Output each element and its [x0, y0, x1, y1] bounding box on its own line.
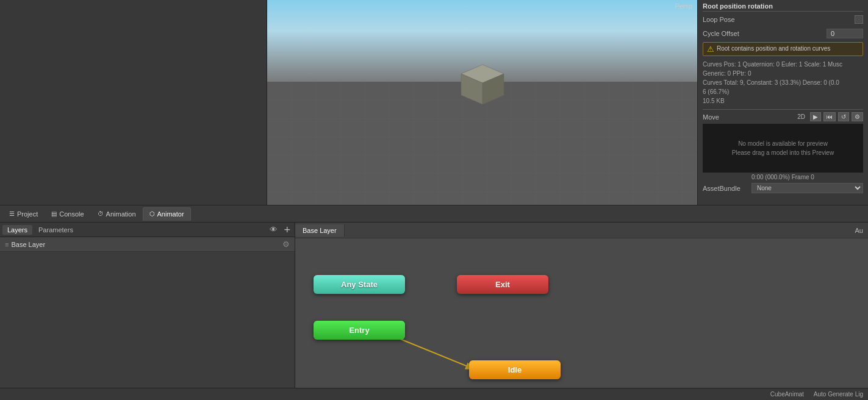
state-node-exit[interactable]: Exit	[457, 275, 548, 294]
tab-animation[interactable]: ⏱ Animation	[91, 207, 143, 221]
curves-line1: Curves Pos: 1 Quaternion: 0 Euler: 1 Sca…	[703, 60, 863, 69]
2d-label: 2D	[797, 113, 805, 120]
cube-status: CubeAnimat	[770, 391, 804, 398]
move-label: Move	[703, 113, 795, 121]
curves-line3: Curves Total: 9, Constant: 3 (33.3%) Den…	[703, 78, 863, 87]
preview-play-btn[interactable]: ▶	[810, 112, 821, 121]
warning-box: ⚠ Root contains position and rotation cu…	[703, 42, 863, 56]
scene-hierarchy-panel	[0, 0, 267, 205]
sidebar-eye-btn[interactable]: 👁	[268, 224, 279, 235]
layer-settings-btn[interactable]: ⚙	[282, 240, 290, 249]
cube-svg	[455, 62, 510, 110]
graph-canvas[interactable]: Any State Exit Entry Idle	[295, 238, 868, 388]
preview-section: Move 2D ▶ ⏮ ↺ ⚙ No model is available fo…	[703, 109, 863, 180]
project-icon: ☰	[9, 210, 15, 217]
assetbundle-select[interactable]: None	[751, 183, 863, 193]
preview-settings-btn[interactable]: ⚙	[852, 112, 863, 121]
preview-loop-btn[interactable]: ↺	[838, 112, 849, 121]
idle-label: Idle	[508, 365, 522, 374]
state-node-entry[interactable]: Entry	[314, 321, 405, 340]
tab-console-label: Console	[59, 210, 84, 218]
loop-pose-label: Loop Pose	[703, 16, 855, 23]
animation-icon: ⏱	[98, 210, 104, 217]
state-node-idle[interactable]: Idle	[469, 360, 561, 379]
animator-icon: ⬡	[149, 210, 155, 217]
auto-status: Auto Generate Lig	[814, 391, 863, 398]
preview-toolbar: Move 2D ▶ ⏮ ↺ ⚙	[703, 112, 863, 121]
graph-tab-base-layer[interactable]: Base Layer	[295, 224, 345, 237]
console-icon: ▤	[51, 210, 57, 217]
preview-rewind-btn[interactable]: ⏮	[823, 112, 836, 121]
entry-label: Entry	[349, 326, 369, 335]
preview-canvas: No model is available for preview Please…	[703, 124, 863, 173]
tab-console[interactable]: ▤ Console	[45, 207, 90, 221]
layer-icon: ≡	[5, 241, 9, 248]
animator-graph[interactable]: Base Layer Au	[295, 223, 868, 388]
graph-tab-right: Au	[855, 227, 868, 234]
assetbundle-label: AssetBundle	[703, 185, 751, 192]
preview-time: 0:00 (000.0%) Frame 0	[703, 174, 863, 180]
cycle-offset-value[interactable]: 0	[827, 29, 863, 38]
inspector-section-header: Root position rotation	[703, 2, 863, 12]
tab-animation-label: Animation	[106, 210, 136, 218]
cycle-offset-row: Cycle Offset 0	[703, 27, 863, 40]
layer-label: Base Layer	[11, 241, 282, 248]
curves-line5: 10.5 KB	[703, 96, 863, 105]
transition-arrow-svg	[295, 238, 868, 388]
state-node-any-state[interactable]: Any State	[314, 275, 405, 294]
graph-tab-bar: Base Layer Au	[295, 223, 868, 238]
warning-text: Root contains position and rotation curv…	[717, 45, 830, 52]
any-state-label: Any State	[341, 280, 378, 289]
warning-icon: ⚠	[707, 45, 714, 53]
curves-line4: 6 (66.7%)	[703, 87, 863, 96]
tab-project-label: Project	[17, 210, 38, 218]
sidebar-tab-parameters[interactable]: Parameters	[34, 225, 78, 235]
loop-pose-checkbox[interactable]	[855, 15, 863, 24]
bottom-tab-bar: ☰ Project ▤ Console ⏱ Animation ⬡ Animat…	[0, 205, 868, 223]
tab-animator-label: Animator	[157, 210, 184, 218]
tab-project[interactable]: ☰ Project	[2, 207, 45, 221]
3d-cube	[455, 62, 510, 112]
sidebar-tab-layers[interactable]: Layers	[2, 225, 32, 235]
cycle-offset-label: Cycle Offset	[703, 30, 827, 37]
exit-label: Exit	[495, 280, 510, 289]
3d-viewport[interactable]: Persp	[267, 0, 697, 205]
inspector-panel: Root position rotation Loop Pose Cycle O…	[697, 0, 868, 205]
loop-pose-row: Loop Pose	[703, 14, 863, 25]
sidebar-tab-bar: Layers Parameters 👁 +	[0, 223, 295, 237]
animator-sidebar: Layers Parameters 👁 + ≡ Base Layer ⚙	[0, 223, 295, 388]
sidebar-add-btn[interactable]: +	[282, 224, 292, 236]
curves-line2: Generic: 0 PPtr: 0	[703, 69, 863, 78]
viewport-label: Persp	[675, 2, 692, 10]
layer-base[interactable]: ≡ Base Layer ⚙	[0, 237, 295, 252]
assetbundle-row: AssetBundle None	[703, 183, 863, 193]
status-bar: CubeAnimat Auto Generate Lig	[0, 388, 868, 400]
svg-line-5	[390, 335, 475, 370]
tab-animator[interactable]: ⬡ Animator	[143, 207, 191, 221]
no-model-text: No model is available for preview Please…	[732, 139, 834, 157]
curves-info: Curves Pos: 1 Quaternion: 0 Euler: 1 Sca…	[703, 60, 863, 105]
